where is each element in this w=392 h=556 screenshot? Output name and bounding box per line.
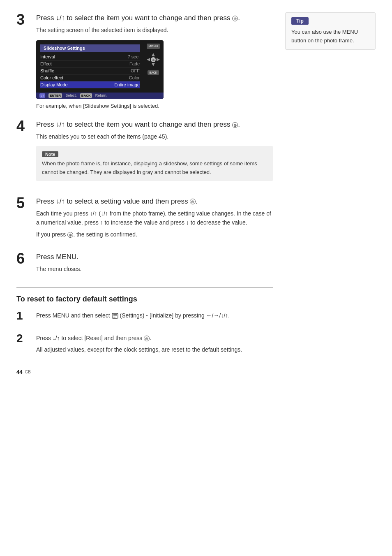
back-button-icon: BACK: [148, 70, 159, 75]
screen-menu-area: Slideshow Settings Interval 7 sec. Effec…: [36, 40, 164, 93]
tip-label: Tip: [291, 17, 309, 25]
reset-step-1-body: Press MENU and then select (Settings) - …: [36, 311, 273, 320]
step-4-number: 4: [16, 119, 31, 186]
screen-row-interval: Interval 7 sec.: [40, 53, 140, 60]
svg-marker-0: [152, 53, 155, 56]
step-5-content: Press ↓/↑ to select a setting value and …: [36, 196, 273, 241]
svg-marker-1: [152, 63, 155, 66]
reset-step-2-content: Press ↓/↑ to select [Reset] and then pre…: [36, 333, 273, 357]
step-4-content: Press ↓/↑ to select the item you want to…: [36, 119, 273, 186]
step-6-content: Press MENU. The menu closes.: [36, 251, 273, 276]
reset-section-heading: To reset to factory default settings: [16, 287, 273, 303]
svg-text:⊕: ⊕: [152, 58, 155, 62]
screen-row-color: Color effect Color: [40, 74, 140, 81]
reset-step-2: 2 Press ↓/↑ to select [Reset] and then p…: [16, 333, 273, 357]
step-3-content: Press ↓/↑ to select the item you want to…: [36, 12, 273, 109]
step-4-title: Press ↓/↑ to select the item you want to…: [36, 120, 273, 130]
tip-text: You can also use the MENU button on the …: [291, 28, 369, 45]
screen-status-bar: ↓↑ ENTER Select. BACK Return.: [36, 93, 164, 99]
svg-marker-2: [147, 58, 150, 61]
step-3: 3 Press ↓/↑ to select the item you want …: [16, 12, 273, 109]
screen-row-display: Display Mode Entire image: [40, 81, 140, 88]
screen-sidebar: MENU: [143, 40, 164, 93]
reset-step-1: 1 Press MENU and then select (Settings) …: [16, 310, 273, 322]
screen-row-shuffle: Shuffle OFF: [40, 67, 140, 74]
step-6-title: Press MENU.: [36, 252, 273, 262]
step-5-number: 5: [16, 196, 31, 241]
screen-title-bar: Slideshow Settings: [40, 44, 140, 52]
reset-step-1-number: 1: [16, 310, 31, 322]
page-footer: 44 GB: [16, 369, 273, 375]
step-5: 5 Press ↓/↑ to select a setting value an…: [16, 196, 273, 241]
note-text: When the photo frame is, for instance, d…: [42, 160, 267, 177]
menu-button-icon: MENU: [147, 44, 160, 49]
dpad-icon: ⊕: [146, 52, 161, 67]
reset-step-2-body: Press ↓/↑ to select [Reset] and then pre…: [36, 334, 273, 354]
reset-step-1-content: Press MENU and then select (Settings) - …: [36, 310, 273, 322]
main-content: 3 Press ↓/↑ to select the item you want …: [16, 12, 273, 375]
note-box: Note When the photo frame is, for instan…: [36, 146, 273, 181]
step-6-body: The menu closes.: [36, 264, 273, 273]
step-3-body: The setting screen of the selected item …: [36, 25, 273, 35]
reset-step-2-number: 2: [16, 333, 31, 357]
tip-box: Tip You can also use the MENU button on …: [285, 12, 376, 50]
step-3-number: 3: [16, 12, 31, 109]
page-number: 44: [16, 369, 22, 375]
language-label: GB: [25, 370, 30, 374]
settings-icon: [112, 313, 118, 319]
svg-marker-3: [157, 58, 160, 61]
step-4-body: This enables you to set each of the item…: [36, 132, 273, 141]
note-label: Note: [42, 151, 58, 157]
step-6: 6 Press MENU. The menu closes.: [16, 251, 273, 276]
screen-row-effect: Effect Fade: [40, 60, 140, 67]
step-4: 4 Press ↓/↑ to select the item you want …: [16, 119, 273, 186]
step-5-body: Each time you press ↓/↑ (↓/↑ from the ph…: [36, 209, 273, 239]
step-5-title: Press ↓/↑ to select a setting value and …: [36, 197, 273, 206]
step-6-number: 6: [16, 251, 31, 276]
step-3-caption: For example, when [Slideshow Settings] i…: [36, 103, 273, 109]
screen-inner: Slideshow Settings Interval 7 sec. Effec…: [36, 40, 164, 99]
screen-table: Slideshow Settings Interval 7 sec. Effec…: [36, 40, 143, 93]
side-column: Tip You can also use the MENU button on …: [285, 12, 376, 375]
screen-mockup: Slideshow Settings Interval 7 sec. Effec…: [36, 40, 164, 99]
step-3-title: Press ↓/↑ to select the item you want to…: [36, 13, 273, 23]
